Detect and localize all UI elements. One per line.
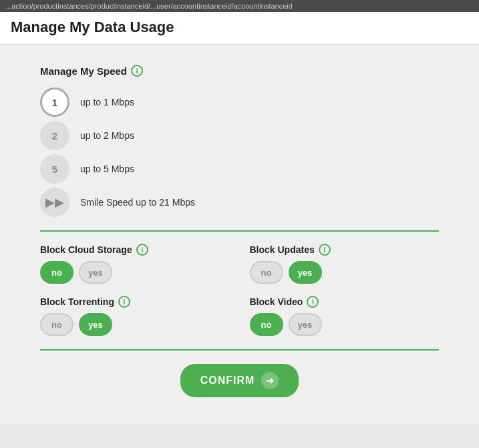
block-cloud-storage-item: Block Cloud Storage i no yes [40, 244, 230, 284]
speed-option-ff[interactable]: ▶▶ [40, 188, 69, 217]
block-cloud-storage-label: Block Cloud Storage i [40, 244, 230, 256]
block-updates-label: Block Updates i [250, 244, 440, 256]
confirm-button[interactable]: CONFIRM ➜ [180, 364, 299, 397]
block-video-toggle-group: no yes [250, 313, 440, 336]
speed-row-1: 1 up to 1 Mbps [40, 87, 439, 117]
block-video-yes-btn[interactable]: yes [289, 313, 322, 336]
block-torrenting-no-btn[interactable]: no [40, 313, 73, 336]
manage-speed-label: Manage My Speed i [40, 65, 439, 77]
block-video-no-btn[interactable]: no [250, 313, 283, 336]
block-cloud-no-btn[interactable]: no [40, 261, 73, 284]
speed-row-5: 5 up to 5 Mbps [40, 154, 439, 184]
block-torrenting-label: Block Torrenting i [40, 296, 230, 308]
speed-option-1[interactable]: 1 [40, 87, 69, 117]
block-torrenting-info-icon[interactable]: i [118, 296, 130, 308]
speed-text-ff: Smile Speed up to 21 Mbps [80, 197, 195, 208]
confirm-arrow-icon: ➜ [261, 372, 279, 389]
block-updates-no-btn[interactable]: no [250, 261, 283, 284]
divider-1 [40, 230, 439, 232]
block-video-label: Block Video i [250, 296, 440, 308]
page-title: Manage My Data Usage [0, 12, 479, 45]
speed-option-5[interactable]: 5 [40, 154, 69, 184]
ff-arrow-icon: ▶▶ [45, 195, 64, 210]
divider-2 [40, 349, 439, 351]
block-cloud-info-icon[interactable]: i [136, 244, 148, 256]
speed-text-1: up to 1 Mbps [80, 97, 134, 107]
speed-row-2: 2 up to 2 Mbps [40, 121, 439, 150]
block-cloud-yes-btn[interactable]: yes [79, 261, 112, 284]
block-updates-yes-btn[interactable]: yes [289, 261, 322, 284]
block-torrenting-toggle-group: no yes [40, 313, 230, 336]
block-grid: Block Cloud Storage i no yes Block Updat… [40, 244, 439, 336]
block-torrenting-item: Block Torrenting i no yes [40, 296, 230, 336]
block-video-item: Block Video i no yes [250, 296, 440, 336]
speed-text-2: up to 2 Mbps [80, 130, 134, 141]
block-updates-item: Block Updates i no yes [250, 244, 440, 284]
speed-option-2[interactable]: 2 [40, 121, 69, 150]
block-cloud-toggle-group: no yes [40, 261, 230, 284]
speed-text-5: up to 5 Mbps [80, 164, 134, 174]
block-updates-info-icon[interactable]: i [319, 244, 331, 256]
speed-options: 1 up to 1 Mbps 2 up to 2 Mbps 5 up to 5 … [40, 87, 439, 217]
block-torrenting-yes-btn[interactable]: yes [79, 313, 112, 336]
speed-row-ff: ▶▶ Smile Speed up to 21 Mbps [40, 188, 439, 217]
main-content: Manage My Speed i 1 up to 1 Mbps 2 up to… [0, 45, 479, 424]
confirm-section: CONFIRM ➜ [40, 364, 439, 397]
block-updates-toggle-group: no yes [250, 261, 440, 284]
manage-speed-info-icon[interactable]: i [131, 65, 143, 77]
block-video-info-icon[interactable]: i [307, 296, 319, 308]
top-bar: ...action/productinstances/productinstan… [0, 0, 479, 12]
